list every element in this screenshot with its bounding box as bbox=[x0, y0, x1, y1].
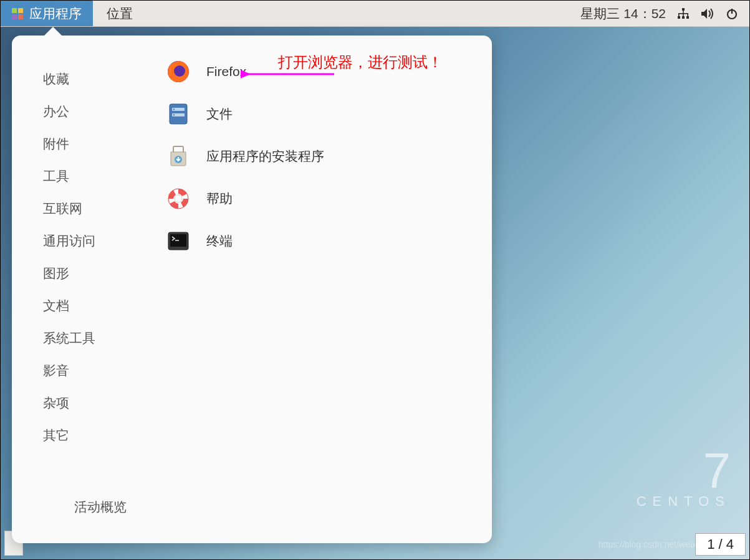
svg-rect-0 bbox=[12, 8, 17, 13]
svg-point-21 bbox=[173, 114, 175, 115]
category-column: 收藏 办公 附件 工具 互联网 通用访问 图形 文档 系统工具 影音 杂项 其它… bbox=[12, 36, 139, 543]
category-label: 工具 bbox=[43, 169, 69, 183]
firefox-icon bbox=[166, 60, 190, 83]
applications-menu-button[interactable]: 应用程序 bbox=[1, 1, 93, 26]
svg-rect-2 bbox=[12, 14, 17, 19]
category-other[interactable]: 其它 bbox=[43, 419, 139, 452]
category-media[interactable]: 影音 bbox=[43, 354, 139, 387]
category-label: 系统工具 bbox=[43, 331, 95, 345]
help-icon bbox=[166, 187, 190, 211]
volume-icon[interactable] bbox=[701, 7, 714, 20]
svg-point-16 bbox=[174, 65, 185, 77]
app-files[interactable]: 文件 bbox=[166, 102, 492, 126]
category-label: 办公 bbox=[43, 104, 69, 118]
category-label: 互联网 bbox=[43, 201, 82, 216]
app-label: 终端 bbox=[206, 232, 233, 250]
annotation-arrow-icon bbox=[241, 62, 340, 87]
category-graphics[interactable]: 图形 bbox=[43, 257, 139, 290]
svg-rect-5 bbox=[678, 16, 680, 19]
applications-panel: 收藏 办公 附件 工具 互联网 通用访问 图形 文档 系统工具 影音 杂项 其它… bbox=[12, 36, 492, 543]
places-menu-button[interactable]: 位置 bbox=[93, 1, 147, 26]
category-label: 杂项 bbox=[43, 396, 69, 410]
category-office[interactable]: 办公 bbox=[43, 95, 139, 128]
clock-label[interactable]: 星期三 14：52 bbox=[580, 5, 666, 22]
app-label: 应用程序的安装程序 bbox=[206, 148, 324, 165]
svg-rect-12 bbox=[687, 14, 688, 16]
app-label: 文件 bbox=[206, 105, 233, 123]
category-label: 附件 bbox=[43, 136, 69, 151]
svg-rect-1 bbox=[18, 8, 23, 13]
category-label: 图形 bbox=[43, 266, 69, 280]
category-label: 文档 bbox=[43, 298, 69, 313]
application-column: Firefox 文件 bbox=[139, 36, 492, 543]
terminal-icon bbox=[166, 229, 190, 253]
category-documents[interactable]: 文档 bbox=[43, 290, 139, 322]
category-label: 收藏 bbox=[43, 72, 69, 86]
svg-rect-4 bbox=[682, 8, 685, 11]
brand-version: 7 bbox=[637, 448, 731, 493]
svg-rect-3 bbox=[18, 14, 23, 19]
app-terminal[interactable]: 终端 bbox=[166, 229, 492, 254]
file-manager-icon bbox=[166, 102, 190, 126]
svg-rect-7 bbox=[686, 16, 689, 19]
page-indicator: 1 / 4 bbox=[695, 533, 746, 556]
svg-rect-10 bbox=[678, 14, 680, 16]
category-internet[interactable]: 互联网 bbox=[43, 192, 139, 225]
app-help[interactable]: 帮助 bbox=[166, 186, 492, 211]
svg-rect-6 bbox=[682, 16, 685, 19]
top-bar: 应用程序 位置 星期三 14：52 bbox=[1, 1, 749, 27]
top-bar-left: 应用程序 位置 bbox=[1, 1, 147, 26]
category-favorites[interactable]: 收藏 bbox=[43, 63, 139, 95]
network-icon[interactable] bbox=[677, 7, 690, 20]
top-bar-right: 星期三 14：52 bbox=[580, 1, 749, 26]
activities-overview[interactable]: 活动概览 bbox=[43, 491, 139, 543]
places-label: 位置 bbox=[107, 5, 133, 22]
category-misc[interactable]: 杂项 bbox=[43, 387, 139, 419]
software-install-icon bbox=[166, 145, 190, 168]
category-list: 收藏 办公 附件 工具 互联网 通用访问 图形 文档 系统工具 影音 杂项 其它 bbox=[43, 63, 139, 452]
menu-pointer bbox=[44, 27, 62, 36]
power-icon[interactable] bbox=[726, 7, 738, 20]
svg-point-24 bbox=[175, 195, 182, 202]
category-label: 影音 bbox=[43, 363, 69, 377]
category-tools[interactable]: 工具 bbox=[43, 160, 139, 192]
category-label: 其它 bbox=[43, 428, 69, 442]
category-universal-access[interactable]: 通用访问 bbox=[43, 225, 139, 257]
category-system-tools[interactable]: 系统工具 bbox=[43, 322, 139, 354]
applications-label: 应用程序 bbox=[29, 5, 82, 22]
category-accessories[interactable]: 附件 bbox=[43, 128, 139, 160]
activities-label: 活动概览 bbox=[74, 500, 127, 514]
svg-point-20 bbox=[173, 108, 175, 110]
applications-icon bbox=[12, 8, 23, 19]
category-label: 通用访问 bbox=[43, 234, 95, 248]
svg-rect-11 bbox=[683, 14, 684, 16]
brand-name: CENTOS bbox=[637, 493, 731, 510]
centos-brand: 7 CENTOS bbox=[637, 448, 731, 510]
page-indicator-label: 1 / 4 bbox=[707, 536, 734, 552]
app-label: 帮助 bbox=[206, 190, 233, 207]
app-software-install[interactable]: 应用程序的安装程序 bbox=[166, 144, 492, 169]
